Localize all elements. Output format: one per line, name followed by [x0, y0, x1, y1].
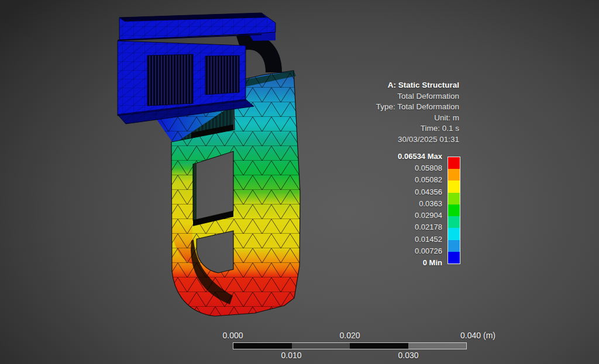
- scale-ruler-label: 0.010: [281, 351, 301, 360]
- legend-value-label: 0.04356: [415, 187, 442, 197]
- result-info-line: Type: Total Deformation: [376, 102, 459, 113]
- result-info-line: Total Deformation: [376, 91, 459, 102]
- scale-ruler-label: 0.040 (m): [460, 331, 495, 340]
- legend-value-label: 0.05808: [415, 163, 442, 174]
- colorbar-segment[interactable]: [448, 204, 460, 216]
- legend-value-label: 0 Min: [423, 258, 442, 268]
- model-3d-view[interactable]: [0, 0, 599, 364]
- scale-ruler-segment: [233, 343, 292, 349]
- scale-ruler-segment: [408, 343, 467, 349]
- colorbar-segment[interactable]: [448, 240, 460, 252]
- result-info-block: A: Static Structural Total DeformationTy…: [376, 80, 459, 145]
- colorbar-segment[interactable]: [448, 252, 460, 264]
- legend-value-label: 0.06534 Max: [398, 151, 442, 162]
- legend-value-label: 0.02904: [415, 210, 442, 221]
- result-info-lines: Total DeformationType: Total Deformation…: [376, 91, 459, 145]
- colorbar-segment[interactable]: [448, 228, 460, 240]
- legend-value-label: 0.02178: [415, 222, 442, 233]
- colorbar-segment[interactable]: [448, 216, 460, 228]
- result-info-line: Unit: m: [376, 113, 459, 124]
- graphics-viewport[interactable]: A: Static Structural Total DeformationTy…: [0, 0, 599, 364]
- colorbar-segment[interactable]: [448, 157, 460, 169]
- legend-value-label: 0.01452: [415, 234, 442, 245]
- legend-value-label: 0.0363: [419, 199, 442, 209]
- colorbar-segment[interactable]: [448, 193, 460, 204]
- legend-value-label: 0.05082: [415, 175, 442, 185]
- scale-ruler-segment: [292, 343, 350, 349]
- analysis-title: A: Static Structural: [376, 80, 459, 91]
- scale-ruler-label: 0.030: [398, 351, 418, 360]
- result-info-line: Time: 0.1 s: [376, 123, 459, 134]
- scale-ruler-segment: [350, 343, 408, 349]
- colorbar-segment[interactable]: [448, 181, 460, 192]
- legend-value-label: 0.00726: [415, 246, 442, 256]
- result-info-line: 30/03/2025 01:31: [376, 134, 459, 145]
- scale-ruler-bar: [233, 342, 467, 349]
- scale-ruler-label: 0.000: [222, 331, 243, 340]
- colorbar-segment[interactable]: [448, 169, 460, 181]
- scale-ruler-label: 0.020: [339, 331, 360, 340]
- legend-colorbar[interactable]: [447, 157, 460, 264]
